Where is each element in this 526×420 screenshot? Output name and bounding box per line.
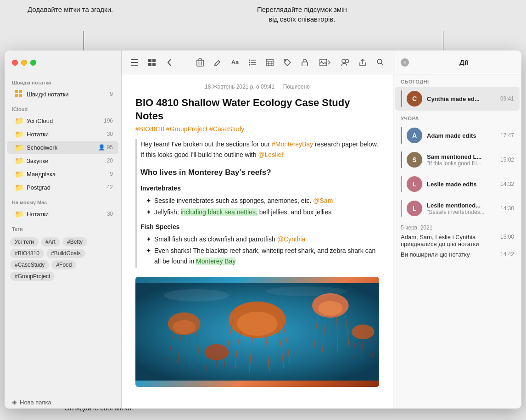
delete-button[interactable]: [193, 55, 207, 70]
tag-art[interactable]: #Art: [41, 237, 60, 246]
cynthia-indicator: [401, 90, 402, 107]
lock-button[interactable]: [297, 55, 312, 70]
note-section1-heading: Who lives in Monterey Bay's reefs?: [140, 166, 379, 179]
activity-item-leslie1[interactable]: L Leslie made edits 14:32: [395, 172, 520, 196]
svg-rect-31: [319, 59, 327, 66]
leslie1-name: Leslie made edits: [427, 181, 496, 188]
svg-point-47: [265, 286, 347, 296]
activity-item-leslie2[interactable]: L Leslie mentioned... "Sessile invertebr…: [395, 196, 520, 220]
svg-rect-3: [19, 94, 22, 97]
leslie2-info: Leslie mentioned... "Sessile invertebrat…: [427, 202, 496, 215]
zakupky-label: Закупки: [27, 157, 107, 164]
section-label-tags: Теги: [5, 221, 121, 234]
svg-point-22: [249, 62, 250, 63]
app-window: Швидкі нотатки Швидкі нотатки 9 iCloud 📁: [5, 50, 521, 409]
folder-icon-postgrad: 📁: [15, 183, 23, 191]
svg-point-43: [173, 320, 196, 334]
sidebar-item-all-icloud[interactable]: 📁 Усі iCloud 196: [7, 114, 118, 127]
today-section-label: СЬОГОДНІ: [393, 74, 521, 86]
activity-text-1: Adam, Sam, Leslie і Cynthia приєдналися …: [401, 234, 500, 247]
mention-sam: @Sam: [313, 197, 333, 204]
activity-time-2: 14:42: [500, 251, 514, 258]
invertebrates-heading: Invertebrates: [140, 183, 379, 193]
svg-point-39: [237, 312, 278, 336]
minimize-button[interactable]: [21, 60, 27, 66]
new-folder-button[interactable]: ⊕ Нова папка: [5, 396, 121, 409]
sidebar-content: Швидкі нотатки Швидкі нотатки 9 iCloud 📁: [5, 74, 121, 396]
activity-header: × Дії: [393, 50, 521, 74]
bullet-item-1: ✦ Sessile invertebrates such as sponges,…: [146, 196, 379, 206]
share-button[interactable]: [355, 55, 370, 70]
folder-icon-mandrivka: 📁: [15, 170, 23, 178]
bullet-text-2: Jellyfish, including black sea nettles, …: [154, 207, 331, 217]
schoolwork-person-icon: 👤: [98, 144, 105, 151]
sidebar-item-notes-mac[interactable]: 📁 Нотатки 30: [7, 207, 118, 220]
tag-buildgoals[interactable]: #BuildGoals: [46, 249, 85, 258]
svg-point-29: [285, 60, 286, 62]
svg-point-23: [249, 64, 250, 65]
media-button[interactable]: [315, 55, 335, 70]
svg-rect-8: [152, 59, 156, 62]
notes-icloud-badge: 30: [107, 131, 113, 137]
cynthia-name: Cynthia made ed...: [427, 95, 496, 102]
grid-view-button[interactable]: [145, 55, 159, 70]
sidebar-item-mandrivka[interactable]: 📁 Мандрівка 9: [7, 168, 118, 180]
svg-rect-9: [148, 63, 151, 66]
mandrivka-badge: 9: [110, 171, 113, 177]
cynthia-avatar: C: [407, 91, 422, 106]
back-button[interactable]: [162, 55, 177, 70]
close-button[interactable]: [12, 60, 18, 66]
table-button[interactable]: [263, 55, 277, 70]
sidebar-item-zakupky[interactable]: 📁 Закупки 20: [7, 154, 118, 167]
notes-mac-badge: 30: [107, 211, 113, 217]
quick-notes-badge: 9: [110, 91, 113, 97]
bullet-star-2: ✦: [146, 207, 151, 217]
svg-line-36: [381, 63, 383, 65]
sam-indicator: [401, 151, 402, 168]
sidebar-item-schoolwork[interactable]: 📁 Schoolwork 👤 95: [7, 141, 118, 154]
list-view-button[interactable]: [127, 55, 142, 70]
activity-item-cynthia[interactable]: C Cynthia made ed... 09:41: [395, 87, 520, 111]
date-group: 5 черв. 2021: [393, 221, 521, 232]
svg-rect-24: [266, 59, 274, 66]
tag-casestudy[interactable]: #CaseStudy: [10, 260, 49, 269]
activity-item-sam[interactable]: S Sam mentioned L... "If this looks good…: [395, 148, 520, 172]
section-label-icloud: iCloud: [5, 101, 121, 114]
note-body: Hey team! I've broken out the sections f…: [140, 139, 379, 268]
tag-groupproject[interactable]: #GroupProject: [10, 272, 55, 281]
bullet-item-2: ✦ Jellyfish, including black sea nettles…: [146, 207, 379, 217]
sam-time: 15:02: [500, 157, 514, 163]
activity-close-button[interactable]: ×: [401, 58, 409, 67]
edit-button[interactable]: [210, 55, 225, 70]
tag-bio4810[interactable]: #BIO4810: [10, 249, 44, 258]
mandrivka-label: Мандрівка: [27, 171, 110, 178]
tag-all[interactable]: Усі теги: [10, 237, 39, 246]
postgrad-badge: 42: [107, 184, 113, 190]
bullet-star-1: ✦: [146, 196, 151, 206]
tag-food[interactable]: #Food: [51, 260, 76, 269]
leslie2-indicator: [401, 200, 402, 217]
sidebar-header: [5, 50, 121, 74]
bullet-text-1: Sessile invertebrates such as sponges, a…: [154, 196, 333, 206]
search-button[interactable]: [373, 55, 387, 70]
activity-item-adam[interactable]: A Adam made edits 17:47: [395, 123, 520, 147]
bullet-text-3: Small fish such as clownfish and parrotf…: [154, 234, 305, 244]
sidebar-item-postgrad[interactable]: 📁 Postgrad 42: [7, 181, 118, 194]
activity-title: Дії: [414, 58, 514, 66]
maximize-button[interactable]: [30, 60, 36, 66]
sidebar-item-quick-notes[interactable]: Швидкі нотатки 9: [7, 88, 118, 101]
postgrad-label: Postgrad: [27, 184, 107, 191]
sidebar-item-notes-icloud[interactable]: 📁 Нотатки 30: [7, 128, 118, 140]
section-label-mac: На моєму Mac: [5, 194, 121, 207]
tag-betty[interactable]: #Betty: [62, 237, 87, 246]
format-list-button[interactable]: [245, 55, 260, 70]
tag-button[interactable]: [280, 55, 295, 70]
sam-preview: "If this looks good I'll...: [427, 160, 496, 167]
folder-icon-all-icloud: 📁: [15, 117, 23, 125]
svg-rect-0: [15, 90, 18, 93]
note-title: BIO 4810 Shallow Water Ecology Case Stud…: [135, 96, 379, 123]
mention-cynthia: @Cynthia: [277, 235, 306, 243]
sidebar: Швидкі нотатки Швидкі нотатки 9 iCloud 📁: [5, 50, 122, 409]
font-button[interactable]: Aa: [228, 55, 242, 70]
collab-button[interactable]: [338, 55, 353, 70]
